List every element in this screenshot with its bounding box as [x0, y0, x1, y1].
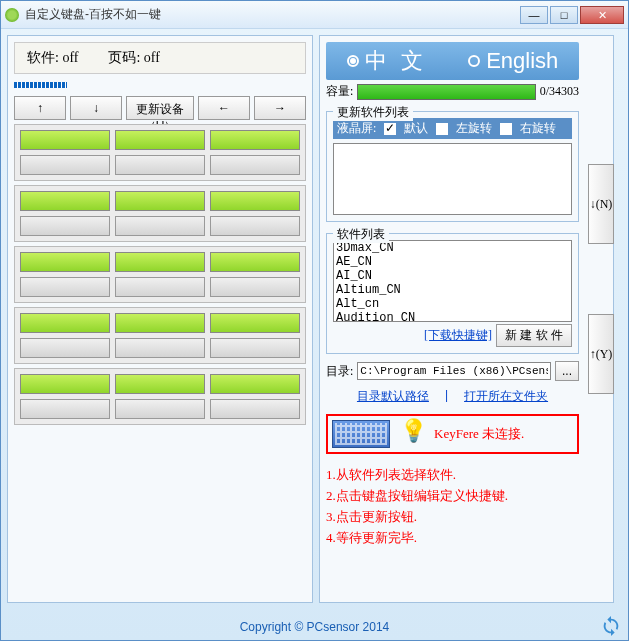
key-group [14, 124, 306, 181]
key-button[interactable] [210, 252, 300, 272]
move-down-button[interactable]: ↓ (N) [588, 164, 614, 244]
update-software-group: 更新软件列表 液晶屏: 默认 左旋转 右旋转 [326, 111, 579, 222]
key-group [14, 246, 306, 303]
key-button[interactable] [20, 399, 110, 419]
key-button[interactable] [115, 130, 205, 150]
key-button[interactable] [115, 155, 205, 175]
capacity-value: 0/34303 [540, 84, 579, 99]
default-path-link[interactable]: 目录默认路径 [357, 388, 429, 405]
capacity-bar [357, 84, 535, 100]
lightbulb-icon [400, 420, 424, 448]
default-checkbox[interactable] [384, 123, 396, 135]
copyright-text: Copyright © PCsensor 2014 [240, 620, 390, 634]
refresh-icon[interactable] [600, 615, 622, 637]
keyboard-icon[interactable] [332, 420, 390, 448]
key-button[interactable] [20, 252, 110, 272]
key-button[interactable] [20, 191, 110, 211]
move-up-button[interactable]: ↑ (Y) [588, 314, 614, 394]
key-button[interactable] [20, 313, 110, 333]
status-bar: 软件: off 页码: off [14, 42, 306, 74]
instruction-step: 2.点击键盘按钮编辑定义快捷键. [326, 487, 579, 505]
radio-icon [347, 55, 359, 67]
titlebar[interactable]: 自定义键盘-百按不如一键 — □ ✕ [1, 1, 628, 29]
key-button[interactable] [210, 155, 300, 175]
instructions: 1.从软件列表选择软件. 2.点击键盘按钮编辑定义快捷键. 3.点击更新按钮. … [326, 463, 579, 550]
language-english-option[interactable]: English [468, 48, 558, 74]
key-button[interactable] [115, 313, 205, 333]
minimize-button[interactable]: — [520, 6, 548, 24]
software-label: 软件: [27, 50, 59, 65]
key-button[interactable] [210, 338, 300, 358]
rotate-right-checkbox[interactable] [500, 123, 512, 135]
window-title: 自定义键盘-百按不如一键 [25, 6, 520, 23]
key-button[interactable] [210, 191, 300, 211]
download-shortcuts-link[interactable]: [下载快捷键] [424, 327, 492, 344]
list-item[interactable]: Audition_CN [334, 311, 571, 322]
rotate-left-checkbox[interactable] [436, 123, 448, 135]
list-item[interactable]: AE_CN [334, 255, 571, 269]
key-button[interactable] [115, 191, 205, 211]
group-title: 更新软件列表 [333, 104, 413, 121]
key-button[interactable] [20, 155, 110, 175]
key-button[interactable] [20, 216, 110, 236]
group-title: 软件列表 [333, 226, 389, 243]
key-button[interactable] [210, 374, 300, 394]
software-list-group: 软件列表 3Dmax_CNAE_CNAI_CNAltium_CNAlt_cnAu… [326, 233, 579, 354]
browse-button[interactable]: ... [555, 361, 579, 381]
key-group [14, 185, 306, 242]
software-value: off [62, 50, 78, 65]
update-software-listbox[interactable] [333, 143, 572, 215]
software-listbox[interactable]: 3Dmax_CNAE_CNAI_CNAltium_CNAlt_cnAuditio… [333, 240, 572, 322]
lcd-label: 液晶屏: [337, 120, 376, 137]
separator: | [445, 388, 448, 405]
directory-input[interactable] [357, 362, 551, 380]
list-item[interactable]: Alt_cn [334, 297, 571, 311]
maximize-button[interactable]: □ [550, 6, 578, 24]
update-device-button[interactable]: 更新设备（U） [126, 96, 194, 120]
key-button[interactable] [20, 338, 110, 358]
list-item[interactable]: Altium_CN [334, 283, 571, 297]
instruction-step: 4.等待更新完毕. [326, 529, 579, 547]
key-button[interactable] [115, 374, 205, 394]
keyboard-status-row: KeyFere 未连接. [326, 414, 579, 454]
key-button[interactable] [115, 399, 205, 419]
key-button[interactable] [210, 216, 300, 236]
footer: Copyright © PCsensor 2014 [1, 614, 628, 640]
key-button[interactable] [210, 277, 300, 297]
right-panel: 中 文 English 容量: 0/34303 更新软件列表 液晶屏: 默认 左… [319, 35, 614, 603]
language-chinese-option[interactable]: 中 文 [347, 46, 427, 76]
instruction-step: 3.点击更新按钮. [326, 508, 579, 526]
key-button[interactable] [115, 252, 205, 272]
radio-icon [468, 55, 480, 67]
new-software-button[interactable]: 新 建 软 件 [496, 324, 572, 347]
instruction-step: 1.从软件列表选择软件. [326, 466, 579, 484]
capacity-label: 容量: [326, 83, 353, 100]
key-button[interactable] [210, 399, 300, 419]
key-button[interactable] [20, 374, 110, 394]
left-panel: 软件: off 页码: off ↑ ↓ 更新设备（U） ← → [7, 35, 313, 603]
page-value: off [144, 50, 160, 65]
scroll-left-button[interactable]: ← [198, 96, 250, 120]
main-window: 自定义键盘-百按不如一键 — □ ✕ 软件: off 页码: off ↑ ↓ 更… [0, 0, 629, 641]
scroll-right-button[interactable]: → [254, 96, 306, 120]
key-group [14, 368, 306, 425]
progress-indicator [14, 82, 67, 88]
app-icon [5, 8, 19, 22]
scroll-up-button[interactable]: ↑ [14, 96, 66, 120]
key-button[interactable] [20, 277, 110, 297]
directory-label: 目录: [326, 363, 353, 380]
connection-status: KeyFere 未连接. [434, 425, 524, 443]
close-button[interactable]: ✕ [580, 6, 624, 24]
key-button[interactable] [115, 216, 205, 236]
key-button[interactable] [115, 338, 205, 358]
key-group [14, 307, 306, 364]
list-item[interactable]: AI_CN [334, 269, 571, 283]
page-label: 页码: [108, 50, 140, 65]
list-item[interactable]: 3Dmax_CN [334, 241, 571, 255]
key-button[interactable] [20, 130, 110, 150]
key-button[interactable] [210, 130, 300, 150]
scroll-down-button[interactable]: ↓ [70, 96, 122, 120]
key-button[interactable] [115, 277, 205, 297]
key-button[interactable] [210, 313, 300, 333]
open-folder-link[interactable]: 打开所在文件夹 [464, 388, 548, 405]
